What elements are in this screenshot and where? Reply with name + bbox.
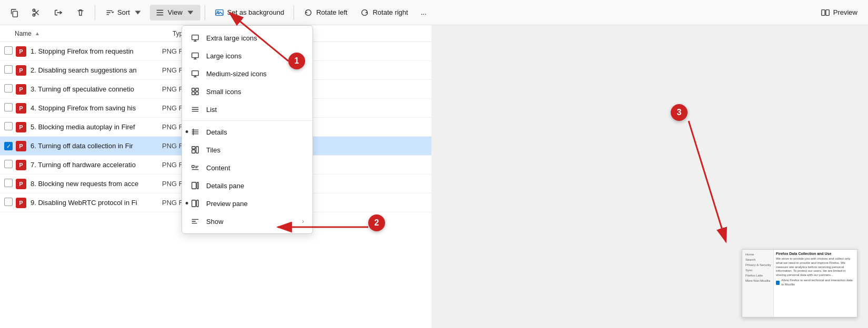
file-type-icon: P	[15, 159, 27, 171]
menu-item-details-pane[interactable]: Details pane	[182, 177, 312, 194]
menu-item-show[interactable]: Show›	[182, 212, 312, 230]
file-type-icon: P	[15, 83, 27, 96]
checkbox-box[interactable]	[4, 198, 13, 206]
cut-icon	[32, 8, 41, 17]
share-button[interactable]	[48, 5, 68, 20]
svg-rect-6	[826, 9, 829, 15]
menu-item-label: Tiles	[206, 146, 304, 154]
preview-sidebar-mini: Home Search Privacy & Security Sync Fire…	[742, 250, 774, 317]
view-button[interactable]: View	[150, 5, 200, 20]
more-label: ...	[421, 8, 427, 16]
file-name: 1. Stopping Firefox from requestin	[31, 47, 162, 55]
copy-button[interactable]	[4, 5, 24, 20]
preview-area: Home Search Privacy & Security Sync Fire…	[431, 25, 868, 328]
preview-button[interactable]: Preview	[814, 5, 864, 20]
menu-icon-content	[190, 163, 200, 172]
menu-icon-medium-icons	[190, 69, 200, 78]
set-background-button[interactable]: Set as background	[209, 5, 289, 20]
menu-icon-large-icons	[190, 51, 200, 60]
file-checkbox[interactable]	[4, 179, 15, 189]
menu-item-label: Details pane	[206, 182, 304, 190]
preview-title: Firefox Data Collection and Use	[776, 252, 855, 255]
svg-rect-7	[192, 35, 198, 40]
menu-icon-extra-large-icons	[190, 33, 200, 43]
file-type-icon: P	[15, 64, 27, 77]
file-checkbox[interactable]	[4, 160, 15, 170]
menu-bullet: •	[185, 198, 188, 209]
svg-rect-18	[192, 182, 196, 189]
svg-rect-3	[216, 9, 223, 15]
file-name: 4. Stopping Firefox from saving his	[31, 104, 162, 112]
svg-rect-14	[192, 147, 195, 149]
file-checkbox[interactable]	[4, 65, 15, 75]
separator-1	[95, 5, 95, 20]
file-name: 6. Turning off data collection in Fir	[31, 142, 162, 150]
file-checkbox[interactable]	[4, 84, 15, 94]
name-sort-arrow: ▲	[35, 30, 40, 36]
svg-rect-15	[192, 150, 195, 153]
menu-item-details[interactable]: •Details	[182, 123, 312, 141]
menu-icon-small-icons	[190, 87, 200, 96]
menu-item-label: Small icons	[206, 88, 304, 96]
preview-icon	[821, 8, 830, 17]
checkbox-box[interactable]	[4, 142, 13, 150]
checkbox-box[interactable]	[4, 65, 13, 74]
svg-rect-10	[192, 88, 195, 91]
png-icon: P	[16, 65, 26, 76]
svg-rect-8	[192, 53, 198, 58]
menu-item-tiles[interactable]: Tiles	[182, 141, 312, 159]
sort-icon	[105, 8, 114, 17]
svg-rect-17	[192, 166, 194, 168]
rotate-right-button[interactable]: Rotate right	[355, 5, 413, 20]
set-background-label: Set as background	[227, 8, 284, 16]
checkbox-box[interactable]	[4, 103, 13, 111]
svg-rect-13	[196, 92, 198, 95]
preview-thumbnail: Home Search Privacy & Security Sync Fire…	[742, 249, 857, 317]
svg-rect-12	[192, 92, 195, 95]
file-checkbox[interactable]	[4, 103, 15, 113]
checkbox-box[interactable]	[4, 122, 13, 130]
menu-item-content[interactable]: Content	[182, 159, 312, 177]
more-button[interactable]: ...	[416, 5, 432, 19]
png-icon: P	[16, 141, 26, 151]
file-name: 8. Blocking new requests from acce	[31, 180, 162, 188]
menu-bullet: •	[185, 127, 188, 138]
menu-item-preview-pane[interactable]: •Preview pane	[182, 194, 312, 212]
file-checkbox[interactable]	[4, 141, 15, 151]
file-checkbox[interactable]	[4, 46, 15, 56]
menu-item-label: Details	[206, 128, 304, 136]
name-column-header[interactable]: Name ▲	[15, 30, 173, 37]
set-background-icon	[215, 8, 224, 17]
toolbar: Sort View Set as background Rotate left	[0, 0, 868, 25]
menu-item-extra-large-icons[interactable]: Extra large icons	[182, 29, 312, 47]
file-type-icon: P	[15, 140, 27, 152]
file-name: 3. Turning off speculative connetio	[31, 85, 162, 93]
menu-item-label: Show	[206, 218, 296, 226]
checkbox-box[interactable]	[4, 160, 13, 168]
checkbox-box[interactable]	[4, 84, 13, 93]
menu-item-small-icons[interactable]: Small icons	[182, 83, 312, 100]
file-type-icon: P	[15, 197, 27, 209]
file-checkbox[interactable]	[4, 122, 15, 132]
sidebar-privacy: Privacy & Security	[744, 262, 771, 268]
cut-button[interactable]	[26, 5, 46, 20]
svg-rect-0	[13, 11, 17, 17]
png-icon: P	[16, 179, 26, 189]
svg-rect-5	[822, 9, 825, 15]
delete-button[interactable]	[70, 5, 90, 20]
name-header-label: Name	[15, 30, 32, 37]
rotate-left-button[interactable]: Rotate left	[298, 5, 352, 20]
menu-item-list[interactable]: List	[182, 100, 312, 118]
sort-button[interactable]: Sort	[99, 5, 148, 20]
sidebar-labs: Firefox Labs	[744, 273, 771, 278]
file-name: 9. Disabling WebRTC protocol in Fi	[31, 199, 162, 207]
svg-rect-21	[197, 200, 199, 207]
rotate-right-icon	[360, 8, 369, 17]
checkbox-box[interactable]	[4, 46, 13, 55]
png-icon: P	[16, 46, 26, 57]
png-icon: P	[16, 122, 26, 132]
file-checkbox[interactable]	[4, 198, 15, 208]
checkbox-box[interactable]	[4, 179, 13, 187]
file-type-icon: P	[15, 178, 27, 190]
menu-item-label: Content	[206, 164, 304, 172]
